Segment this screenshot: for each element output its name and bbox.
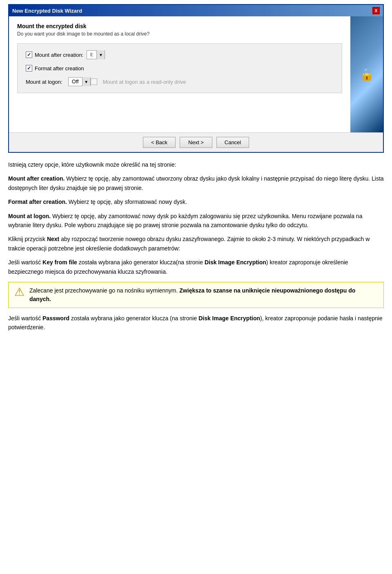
back-button[interactable]: < Back [143,137,176,148]
wizard-section: Mount after creation: I: ▼ Format after … [17,43,342,93]
logon-drive-select[interactable]: Off ▼ [68,77,91,86]
wizard-icon: 🔒 [360,68,374,81]
drive-select-value: I: [87,50,96,59]
logon-drive-select-value: Off [69,77,82,86]
wizard-dialog: New Encrypted Disk Wizard X Mount the en… [8,4,384,153]
drive-select[interactable]: I: ▼ [87,50,105,59]
next-para: Kliknij przycisk Next aby rozpocząć twor… [8,235,384,253]
disk-image-encryption-bold: Disk Image Encryption [205,259,266,266]
format-after-desc: Wybierz tę opcję, aby sformatować nowy d… [67,199,187,205]
warning-icon: ⚠ [14,286,24,298]
mount-after-para: Mount after creation. Wybierz tę opcję, … [8,174,384,192]
mount-logon-para: Mount at logon. Wybierz tę opcję, aby za… [8,212,384,230]
wizard-footer: < Back Next > Cancel [9,132,383,152]
format-after-bold-label: Format after creation. [8,199,67,205]
password-para: Jeśli wartość Password została wybrana j… [8,314,384,332]
next-bold: Next [47,236,59,242]
format-after-creation-row: Format after creation [26,65,334,71]
intro-text: Istnieją cztery opcje, które użytkownik … [8,160,384,169]
close-button[interactable]: X [372,7,380,14]
mount-after-bold-label: Mount after creation. [8,175,65,182]
wizard-spacer [17,93,342,126]
wizard-image: 🔒 [350,16,383,132]
mount-after-creation-checkbox[interactable] [26,51,32,58]
mount-logon-bold-label: Mount at logon. [8,213,51,219]
format-after-creation-label: Format after creation [35,65,84,71]
format-after-creation-checkbox[interactable] [26,65,32,71]
mount-logon-desc: Wybierz tę opcję, aby zamontować nowy dy… [8,213,362,228]
key-from-file-text2: została wybrana jako generator klucza(na… [77,259,205,266]
mount-at-logon-label: Mount at logon: [26,79,62,85]
password-bold: Password [42,315,69,322]
mount-after-desc: Wybierz tę opcję, aby zamontować utworzo… [8,175,384,191]
wizard-titlebar: New Encrypted Disk Wizard X [9,5,383,16]
wizard-title: New Encrypted Disk Wizard [12,8,82,14]
key-from-file-bold: Key from file [42,259,77,266]
next-desc2: aby rozpocząć tworzenie nowego obrazu dy… [8,236,370,251]
wizard-heading: Mount the encrypted disk [17,23,342,29]
warning-text: Zalecane jest przechowywanie go na nośni… [29,287,179,294]
password-text2: została wybrana jako generator klucza (n… [69,315,198,322]
readonly-checkbox[interactable] [91,78,97,85]
drive-select-arrow-icon[interactable]: ▼ [96,50,105,59]
wizard-content: Mount the encrypted disk Do you want you… [9,16,350,132]
next-button[interactable]: Next > [180,137,212,148]
mount-at-logon-row: Mount at logon: Off ▼ Mount at logon as … [26,77,334,86]
next-desc: Kliknij przycisk [8,236,47,242]
disk-image-encryption-bold2: Disk Image Encryption [198,315,260,322]
logon-drive-select-arrow-icon[interactable]: ▼ [82,77,90,86]
format-after-para: Format after creation. Wybierz tę opcję,… [8,197,384,206]
cancel-button[interactable]: Cancel [216,137,249,148]
warning-box: ⚠ Zalecane jest przechowywanie go na noś… [8,282,384,308]
wizard-subheading: Do you want your disk image to be mounte… [17,31,342,37]
wizard-body: Mount the encrypted disk Do you want you… [9,16,383,132]
mount-after-creation-row: Mount after creation: I: ▼ [26,50,334,59]
warning-text-content: Zalecane jest przechowywanie go na nośni… [29,286,378,304]
key-from-file-para: Jeśli wartość Key from file została wybr… [8,258,384,276]
readonly-label: Mount at logon as a read-only drive [103,79,186,85]
key-from-file-text: Jeśli wartość [8,259,42,266]
mount-after-creation-label: Mount after creation: [35,52,83,58]
password-text: Jeśli wartość [8,315,42,322]
